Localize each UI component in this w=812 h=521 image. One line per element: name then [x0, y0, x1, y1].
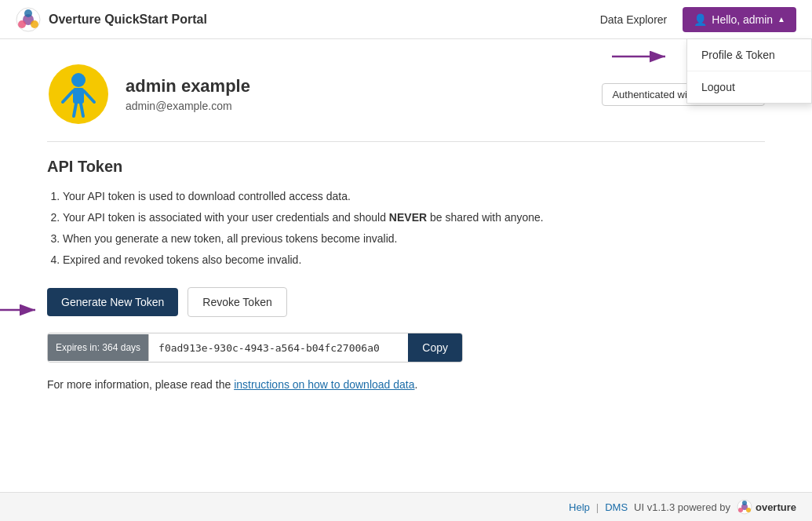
generate-arrow — [0, 302, 45, 318]
hello-admin-button[interactable]: 👤 Hello, admin ▲ — [683, 7, 796, 32]
api-section: API Token Your API token is used to down… — [0, 142, 812, 406]
list-item-bold: NEVER — [389, 211, 427, 224]
svg-point-18 — [742, 501, 747, 505]
svg-point-19 — [746, 508, 751, 512]
profile-name: admin example — [126, 76, 250, 97]
header-left: Overture QuickStart Portal — [16, 7, 207, 32]
profile-info: admin example admin@example.com — [126, 76, 250, 112]
download-instructions-link[interactable]: instructions on how to download data — [234, 378, 414, 391]
generate-new-token-button[interactable]: Generate New Token — [47, 288, 178, 316]
list-item: When you generate a new token, all previ… — [63, 231, 765, 247]
list-item-text-start: Your API token is associated with your u… — [63, 211, 389, 224]
info-text-start: For more information, please read the — [47, 378, 234, 391]
avatar — [47, 63, 110, 126]
overture-brand-label: overture — [756, 501, 796, 513]
svg-point-4 — [18, 20, 26, 28]
info-paragraph: For more information, please read the in… — [47, 378, 765, 391]
svg-point-2 — [24, 9, 32, 17]
profile-token-menu-item[interactable]: Profile & Token — [687, 39, 811, 71]
svg-point-8 — [71, 73, 86, 87]
list-item: Your API token is associated with your u… — [63, 209, 765, 226]
hello-admin-label: Hello, admin — [712, 13, 773, 26]
user-icon: 👤 — [694, 13, 707, 26]
data-explorer-link[interactable]: Data Explorer — [600, 13, 668, 26]
svg-rect-9 — [73, 88, 84, 104]
api-title: API Token — [47, 158, 765, 176]
chevron-up-icon: ▲ — [777, 15, 785, 24]
overture-brand: overture — [737, 499, 796, 515]
button-group: Generate New Token Revoke Token — [47, 287, 287, 317]
dropdown-menu: Profile & Token Logout — [686, 39, 812, 104]
overture-logo-icon — [737, 499, 752, 515]
list-item: Your API token is used to download contr… — [63, 188, 765, 205]
site-title: Overture QuickStart Portal — [49, 13, 207, 27]
header: Overture QuickStart Portal Data Explorer… — [0, 0, 812, 39]
revoke-token-button[interactable]: Revoke Token — [188, 287, 286, 317]
button-row-container: Generate New Token Revoke Token — [47, 287, 287, 333]
version-text: UI v1.1.3 powered by — [634, 501, 730, 513]
help-link[interactable]: Help — [569, 501, 590, 513]
header-right: Data Explorer 👤 Hello, admin ▲ — [600, 7, 796, 32]
footer: Help | DMS UI v1.1.3 powered by overture — [0, 492, 812, 521]
footer-divider-1: | — [596, 501, 599, 513]
expires-badge: Expires in: 364 days — [48, 334, 149, 361]
logout-menu-item[interactable]: Logout — [687, 71, 811, 103]
copy-button[interactable]: Copy — [408, 333, 462, 362]
profile-email: admin@example.com — [126, 100, 250, 112]
info-text-end: . — [415, 378, 418, 391]
dms-link[interactable]: DMS — [605, 501, 628, 513]
svg-point-20 — [738, 508, 743, 512]
list-item: Expired and revoked tokens also become i… — [63, 252, 765, 268]
token-display: Expires in: 364 days Copy — [47, 333, 463, 363]
api-info-list: Your API token is used to download contr… — [47, 188, 765, 268]
token-value-input[interactable] — [149, 334, 408, 362]
svg-point-3 — [31, 20, 38, 28]
header-arrow — [612, 49, 675, 64]
logo-icon — [16, 7, 41, 32]
list-item-text-end: be shared with anyone. — [427, 211, 544, 224]
